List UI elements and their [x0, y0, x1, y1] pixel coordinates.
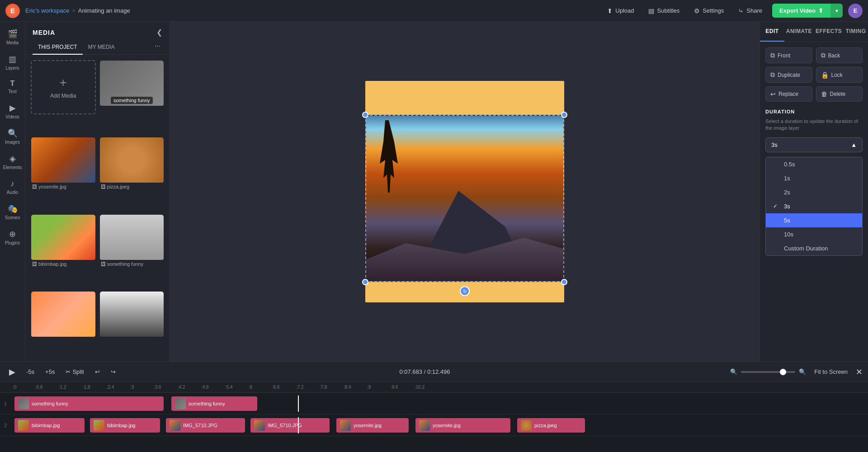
- media-tabs: THIS PROJECT MY MEDIA ···: [25, 40, 170, 55]
- duration-option-5s[interactable]: 5s: [766, 213, 862, 227]
- settings-button[interactable]: ⚙ Settings: [689, 5, 728, 17]
- timeline-tracks: :0 :0.6 :1.2 :1.8 :2.4 :3 :3.6 :4.2 :4.8…: [0, 382, 868, 452]
- timeline: ▶ -5s +5s ✂ Split ↩ ↪ 0:07.683 / 0:12.49…: [0, 362, 868, 452]
- track-row: 1 something funny something funny: [0, 393, 868, 414]
- ruler-mark: :6: [249, 385, 252, 390]
- sidebar-item-audio[interactable]: ♪ Audio: [1, 175, 24, 198]
- timeline-close-button[interactable]: ✕: [856, 367, 863, 377]
- track-clip[interactable]: bibimbap.jpg: [90, 418, 160, 433]
- sidebar-item-text[interactable]: T Text: [1, 76, 24, 98]
- track-content: something funny something funny: [11, 396, 868, 412]
- tab-my-media[interactable]: MY MEDIA: [83, 40, 120, 55]
- add-media-button[interactable]: + Add Media: [31, 60, 96, 114]
- lock-button[interactable]: 🔒 Lock: [816, 67, 863, 83]
- media-tab-more-icon[interactable]: ···: [153, 40, 162, 54]
- track-clip[interactable]: something funny: [171, 396, 257, 411]
- list-item[interactable]: [31, 291, 96, 356]
- track-clip[interactable]: something funny: [14, 396, 164, 411]
- avatar[interactable]: E: [848, 4, 863, 18]
- scenes-icon: 🎭: [8, 204, 18, 214]
- export-icon: ⬆: [818, 7, 823, 14]
- zoom-out-icon[interactable]: 🔍: [730, 368, 737, 375]
- export-dropdown-button[interactable]: ▾: [830, 4, 843, 18]
- clip-thumbnail: [340, 420, 351, 431]
- redo-button[interactable]: ↪: [107, 367, 119, 377]
- track-clip[interactable]: pizza.jpeg: [517, 418, 585, 433]
- sidebar-item-media[interactable]: 🎬 Media: [1, 25, 24, 49]
- duration-selector[interactable]: 3s ▲: [765, 137, 863, 152]
- duration-option-1s[interactable]: 1s: [766, 171, 862, 185]
- sidebar-item-plugins[interactable]: ⊕ Plugins: [1, 226, 24, 249]
- split-button[interactable]: ✂ Split: [62, 367, 87, 377]
- sidebar-item-scenes[interactable]: 🎭 Scenes: [1, 200, 24, 224]
- track-clip[interactable]: yosemite.jpg: [415, 418, 510, 433]
- clip-thumbnail: [18, 420, 29, 431]
- sidebar-item-images[interactable]: 🔍 Images: [1, 125, 24, 148]
- canvas-wrapper: ↻: [365, 81, 564, 302]
- ruler-mark: :1.8: [83, 385, 90, 390]
- clip-thumbnail: [254, 420, 265, 431]
- sidebar-item-videos[interactable]: ▶ Videos: [1, 99, 24, 123]
- media-panel-close[interactable]: ❮: [156, 28, 162, 37]
- duration-option-10s[interactable]: 10s: [766, 227, 862, 241]
- list-item[interactable]: [99, 291, 165, 356]
- handle-top-right[interactable]: [561, 112, 567, 118]
- audio-icon: ♪: [10, 179, 14, 188]
- tab-this-project[interactable]: THIS PROJECT: [33, 40, 83, 55]
- playhead: [298, 417, 299, 433]
- play-button[interactable]: ▶: [5, 365, 19, 379]
- duration-option-2s[interactable]: 2s: [766, 185, 862, 199]
- canvas-image[interactable]: [365, 115, 564, 282]
- share-button[interactable]: ⤷ Share: [734, 5, 767, 17]
- tab-animate[interactable]: ANIMATE: [784, 22, 814, 42]
- list-item[interactable]: 🖼 bibimbap.jpg: [31, 214, 96, 287]
- delete-button[interactable]: 🗑 Delete: [816, 86, 863, 102]
- handle-top-left[interactable]: [362, 112, 368, 118]
- zoom-slider[interactable]: [741, 371, 795, 373]
- clip-label: yosemite.jpg: [433, 423, 461, 428]
- export-video-button[interactable]: Export Video ⬆: [772, 4, 830, 18]
- sidebar-item-elements[interactable]: ◈ Elements: [1, 150, 24, 174]
- list-item[interactable]: 🖼 pizza.jpeg: [99, 137, 165, 210]
- list-item[interactable]: 🖼 something funny: [99, 214, 165, 287]
- tab-timing[interactable]: TIMING: [844, 22, 868, 42]
- plus5-button[interactable]: +5s: [42, 367, 58, 377]
- track-clip[interactable]: bibimbap.jpg: [14, 418, 85, 433]
- media-panel: MEDIA ❮ THIS PROJECT MY MEDIA ··· + Add …: [25, 22, 170, 362]
- undo-button[interactable]: ↩: [91, 367, 104, 377]
- back-button[interactable]: ⧉ Back: [816, 47, 863, 63]
- handle-bottom-left[interactable]: [362, 279, 368, 285]
- track-clip[interactable]: IMG_5710.JPG: [250, 418, 330, 433]
- duration-option-3s[interactable]: ✓ 3s: [766, 199, 862, 213]
- front-button[interactable]: ⧉ Front: [765, 47, 812, 63]
- track-number: 1: [0, 401, 11, 406]
- sidebar-item-layers[interactable]: ▥ Layers: [1, 51, 24, 74]
- clip-thumbnail: [170, 420, 180, 431]
- replace-button[interactable]: ↩ Replace: [765, 86, 812, 102]
- tab-edit[interactable]: EDIT: [760, 22, 784, 42]
- left-sidebar: 🎬 Media ▥ Layers T Text ▶ Videos 🔍 Image…: [0, 22, 25, 362]
- duration-option-0.5s[interactable]: 0.5s: [766, 157, 862, 171]
- right-panel: EDIT ANIMATE EFFECTS TIMING ⧉ Front ⧉ Ba…: [760, 22, 868, 362]
- handle-bottom-right[interactable]: [561, 279, 567, 285]
- track-clip[interactable]: IMG_5710.JPG: [166, 418, 245, 433]
- zoom-in-icon[interactable]: 🔍: [799, 368, 806, 375]
- layers-icon: ▥: [9, 54, 16, 64]
- list-item[interactable]: 🖼 yosemite.jpg: [31, 137, 96, 210]
- track-clip[interactable]: yosemite.jpg: [336, 418, 409, 433]
- tab-effects[interactable]: EFFECTS: [814, 22, 844, 42]
- handle-rotate[interactable]: ↻: [460, 286, 470, 296]
- duplicate-button[interactable]: ⧉ Duplicate: [765, 67, 812, 83]
- clip-thumbnail: [94, 420, 104, 431]
- minus5-button[interactable]: -5s: [23, 367, 38, 377]
- upload-button[interactable]: ⬆ Upload: [603, 5, 638, 17]
- right-panel-tabs: EDIT ANIMATE EFFECTS TIMING: [760, 22, 868, 42]
- fit-screen-button[interactable]: Fit to Screen: [810, 367, 852, 377]
- ruler-mark: :0: [13, 385, 16, 390]
- list-item[interactable]: something funny: [99, 60, 165, 133]
- clip-label: yosemite.jpg: [354, 423, 382, 428]
- canvas-background: ↻: [365, 81, 564, 302]
- subtitles-button[interactable]: ▤ Subtitles: [644, 5, 684, 17]
- workspace-link[interactable]: Eric's workspace: [25, 7, 69, 14]
- duration-option-custom[interactable]: Custom Duration: [766, 241, 862, 255]
